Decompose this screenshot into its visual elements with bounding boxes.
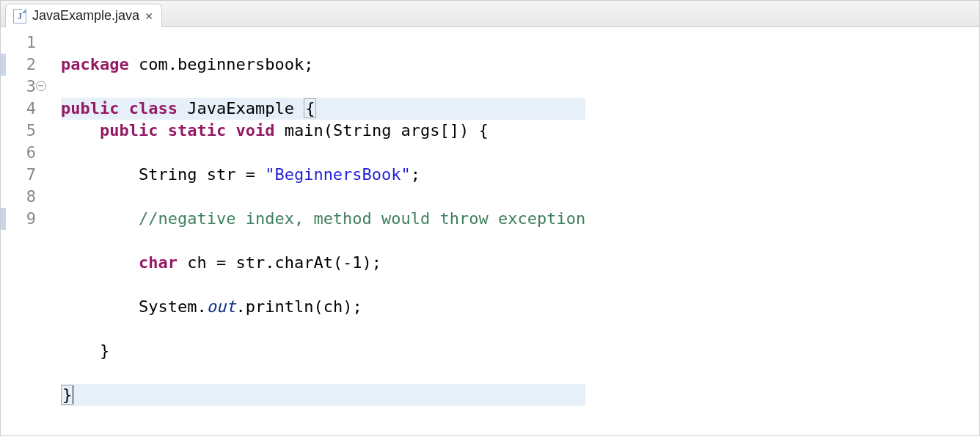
matched-brace: } [61, 385, 73, 405]
java-file-icon [13, 9, 26, 23]
line-number: 6 [26, 143, 36, 162]
line-number-gutter: 1 2 3− 4 5 6 7 8 9 [12, 32, 42, 428]
close-icon[interactable]: ✕ [145, 10, 153, 22]
editor-tab-bar: JavaExample.java ✕ [1, 1, 979, 27]
line-number: 5 [26, 121, 36, 140]
line-number: 2 [26, 55, 36, 73]
code-area[interactable]: 1 2 3− 4 5 6 7 8 9 package com.beginners… [1, 27, 979, 435]
fold-toggle-icon[interactable]: − [36, 81, 46, 91]
line-number: 8 [26, 187, 36, 206]
line-number: 4 [26, 99, 36, 117]
source-code[interactable]: package com.beginnersbook; public class … [58, 32, 585, 428]
editor-pane: JavaExample.java ✕ 1 2 3− 4 5 6 7 8 9 pa… [0, 0, 980, 436]
line-number: 3 [26, 77, 36, 95]
matched-brace: { [304, 98, 316, 118]
editor-tab-label: JavaExample.java [32, 8, 139, 23]
marker-strip [1, 32, 12, 428]
editor-tab[interactable]: JavaExample.java ✕ [5, 4, 162, 27]
text-caret [73, 386, 73, 404]
line-number: 1 [26, 33, 36, 51]
line-number: 9 [26, 209, 36, 228]
line-number: 7 [26, 165, 36, 184]
